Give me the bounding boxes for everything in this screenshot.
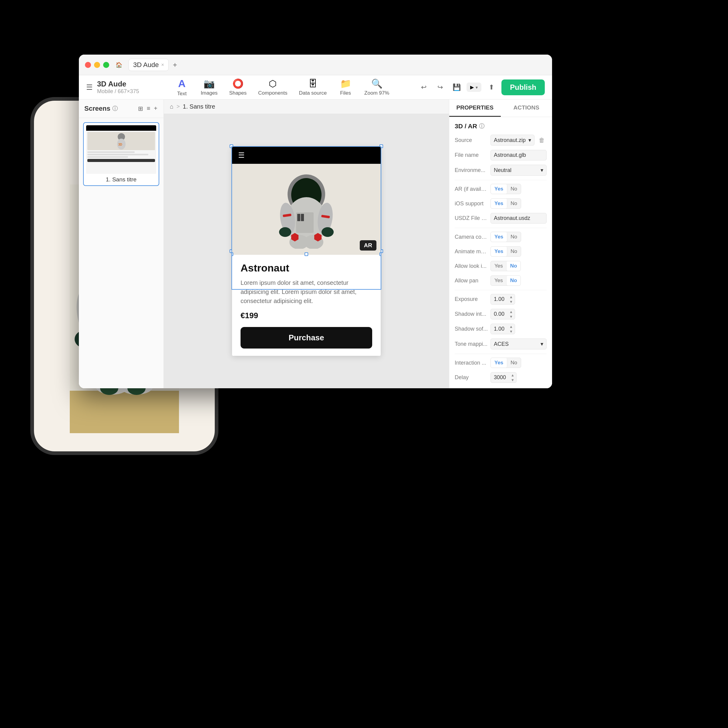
prop-row-look: Allow look i... Yes No <box>455 261 547 271</box>
tonemapping-select[interactable]: ACES ▾ <box>491 338 547 349</box>
preview-info: Astronaut Lorem ipsum dolor sit amet, co… <box>232 255 381 356</box>
handle-br[interactable] <box>379 252 381 256</box>
save-button[interactable]: 💾 <box>450 81 463 94</box>
toolbar: ☰ 3D Aude Mobile / 667×375 A Text 📷 Imag… <box>79 75 552 99</box>
info-icon[interactable]: ⓘ <box>112 105 118 112</box>
toolbar-right: ↩ ↪ 💾 ▶ ▾ ⬆ Publish <box>418 80 545 95</box>
tab-bar: 3D Aude × + <box>128 59 546 71</box>
tab-item[interactable]: 3D Aude × <box>128 59 169 71</box>
publish-button[interactable]: Publish <box>502 80 545 95</box>
breadcrumb-home-icon[interactable]: ⌂ <box>170 103 173 110</box>
preview-navbar: ☰ <box>232 147 381 164</box>
close-button[interactable] <box>85 62 91 68</box>
animate-no-button[interactable]: No <box>507 246 521 256</box>
interaction-yes-button[interactable]: Yes <box>491 358 507 368</box>
camera-yes-button[interactable]: Yes <box>491 232 507 242</box>
canvas-selection-wrapper: ☰ <box>232 147 381 356</box>
canvas-phone-preview: ☰ <box>232 147 381 356</box>
tonemapping-chevron-icon: ▾ <box>541 341 543 347</box>
thumb-body: 3D <box>86 131 156 174</box>
play-button[interactable]: ▶ ▾ <box>466 83 482 92</box>
shadow-sof-down-button[interactable]: ▼ <box>508 329 515 334</box>
toolbar-tools: A Text 📷 Images ⭕ Shapes ⬡ Components 🗄 … <box>147 75 418 99</box>
components-tool[interactable]: ⬡ Components <box>253 76 292 99</box>
ar-yes-button[interactable]: Yes <box>491 184 507 194</box>
tab-label: 3D Aude <box>133 61 159 69</box>
delay-down-button[interactable]: ▼ <box>509 378 516 382</box>
list-view-button[interactable]: ≡ <box>146 104 151 113</box>
preview-3d-content: 3D AR <box>232 164 381 255</box>
interaction-toggle-group: Yes No <box>491 358 521 368</box>
usdz-input[interactable]: Astronaut.usdz <box>491 213 547 223</box>
ios-no-button[interactable]: No <box>507 199 521 208</box>
section-info-icon[interactable]: ⓘ <box>479 122 485 130</box>
camera-no-button[interactable]: No <box>507 232 521 242</box>
product-description: Lorem ipsum dolor sit amet, consectetur … <box>240 278 372 306</box>
properties-panel: PROPERTIES ACTIONS 3D / AR ⓘ Source Astr… <box>449 99 552 388</box>
pan-no-button[interactable]: No <box>506 276 521 286</box>
shadow-sof-up-button[interactable]: ▲ <box>508 324 515 329</box>
undo-button[interactable]: ↩ <box>418 81 430 94</box>
environment-select[interactable]: Neutral ▾ <box>491 165 547 176</box>
exposure-label: Exposure <box>455 296 488 303</box>
canvas-area[interactable]: ⌂ > 1. Sans titre ☰ <box>164 99 449 388</box>
text-tool[interactable]: A Text <box>170 75 194 99</box>
datasource-tool[interactable]: 🗄 Data source <box>294 76 332 99</box>
screen-thumbnail-1[interactable]: 3D 1. Sans titre <box>83 122 159 186</box>
thumb-3d-area: 3D <box>87 132 155 150</box>
minimize-button[interactable] <box>94 62 100 68</box>
menu-icon[interactable]: ☰ <box>86 83 93 92</box>
source-delete-button[interactable]: 🗑 <box>537 135 547 145</box>
tab-actions[interactable]: ACTIONS <box>501 99 552 117</box>
prop-row-source: Source Astronaut.zip ▾ 🗑 <box>455 135 547 145</box>
handle-bl[interactable] <box>232 252 233 256</box>
look-yes-button[interactable]: Yes <box>491 261 506 271</box>
play-chevron: ▾ <box>476 85 478 90</box>
prop-row-shadow-int: Shadow int... 0.00 ▲ ▼ <box>455 309 547 320</box>
title-bar: 🏠 3D Aude × + <box>79 55 552 75</box>
purchase-button[interactable]: Purchase <box>240 327 372 349</box>
panel-tabs: PROPERTIES ACTIONS <box>449 99 552 117</box>
text-tool-label: Text <box>177 91 187 97</box>
environment-chevron-icon: ▾ <box>541 167 543 173</box>
source-select[interactable]: Astronaut.zip ▾ <box>491 135 534 145</box>
shadow-int-arrows: ▲ ▼ <box>508 309 515 319</box>
exposure-down-button[interactable]: ▼ <box>508 300 515 304</box>
home-icon[interactable]: 🏠 <box>114 60 124 70</box>
files-tool[interactable]: 📁 Files <box>333 76 358 99</box>
panel-content: 3D / AR ⓘ Source Astronaut.zip ▾ 🗑 File … <box>449 117 552 388</box>
maximize-button[interactable] <box>103 62 109 68</box>
animate-label: Animate ma... <box>455 248 488 255</box>
exposure-up-button[interactable]: ▲ <box>508 295 515 300</box>
tab-add-button[interactable]: + <box>170 60 180 70</box>
prop-row-environment: Environme... Neutral ▾ <box>455 165 547 176</box>
ar-badge[interactable]: AR <box>360 240 376 251</box>
interaction-no-button[interactable]: No <box>507 358 521 368</box>
svg-rect-1 <box>70 391 179 433</box>
tab-close-icon[interactable]: × <box>161 62 164 68</box>
ios-yes-button[interactable]: Yes <box>491 199 507 208</box>
shadow-int-label: Shadow int... <box>455 311 488 317</box>
svg-text:3D: 3D <box>118 143 122 146</box>
share-button[interactable]: ⬆ <box>485 81 498 94</box>
shadow-int-up-button[interactable]: ▲ <box>508 309 515 314</box>
animate-yes-button[interactable]: Yes <box>491 246 507 256</box>
exposure-arrows: ▲ ▼ <box>508 295 515 304</box>
toolbar-left: ☰ 3D Aude Mobile / 667×375 <box>86 80 139 95</box>
thumb-astronaut: 3D <box>115 132 127 150</box>
zoom-control[interactable]: 🔍 Zoom 97% <box>359 76 394 99</box>
shapes-tool[interactable]: ⭕ Shapes <box>224 76 251 99</box>
images-tool[interactable]: 📷 Images <box>196 76 223 99</box>
look-no-button[interactable]: No <box>506 261 521 271</box>
redo-button[interactable]: ↪ <box>434 81 447 94</box>
shadow-int-down-button[interactable]: ▼ <box>508 314 515 319</box>
delay-up-button[interactable]: ▲ <box>509 373 516 378</box>
tab-properties[interactable]: PROPERTIES <box>449 99 501 117</box>
pan-yes-button[interactable]: Yes <box>491 276 506 286</box>
ios-toggle-group: Yes No <box>491 198 521 209</box>
ar-no-button[interactable]: No <box>507 184 521 194</box>
handle-bm[interactable] <box>304 252 308 256</box>
add-screen-button[interactable]: + <box>153 104 158 113</box>
filename-input[interactable]: Astronaut.glb <box>491 150 547 161</box>
grid-view-button[interactable]: ⊞ <box>138 104 144 113</box>
